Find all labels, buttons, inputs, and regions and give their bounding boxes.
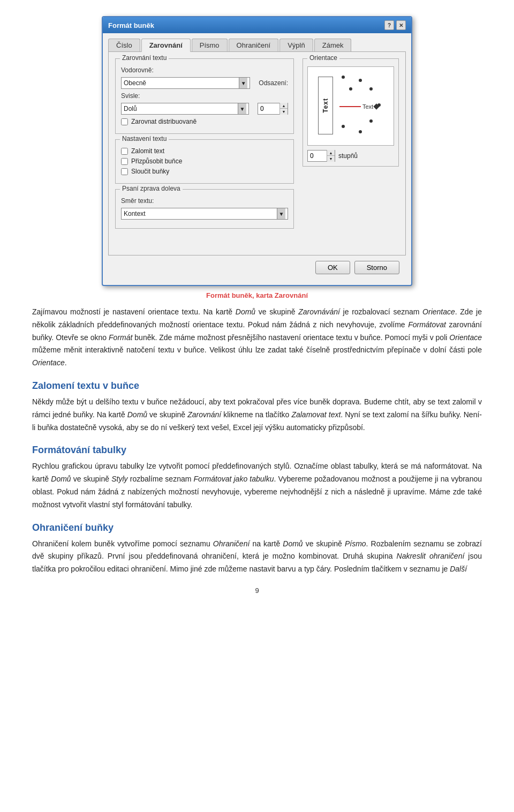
orientace-visual-box[interactable]: Text	[307, 66, 394, 146]
zarovnani-textu-inner: Vodorovně: Obecně ▼ Odsazení:	[121, 66, 288, 125]
formatovat-jako-tabulku-ref: Formátovat jako tabulku	[194, 475, 274, 483]
zarovnani-textu-group: Zarovnání textu Vodorovně: Obecně ▼	[115, 58, 294, 134]
nastaveni-textu-group: Nastavení textu Zalomit text Přizpůsobit…	[115, 139, 294, 184]
tab-pismo[interactable]: Písmo	[192, 39, 228, 51]
formatovat-ref: Formátovat	[408, 320, 446, 329]
psani-group: Psaní zprava doleva Směr textu: Kontext …	[115, 189, 294, 229]
dot1	[342, 76, 345, 79]
vodorovne-value: Obecně	[124, 79, 239, 87]
zarovnat-checkbox[interactable]	[121, 118, 128, 125]
dialog-footer: OK Storno	[108, 255, 406, 280]
format-ref: Formát	[109, 333, 132, 342]
help-button[interactable]: ?	[384, 20, 394, 30]
odsazeni-label: Odsazení:	[259, 79, 288, 87]
prizpusobit-row: Přizpůsobit buňce	[121, 157, 288, 165]
dom-1: Domů	[236, 307, 255, 316]
pismo-ref: Písmo	[345, 539, 366, 548]
zarovnat-row: Zarovnat distribuovaně	[121, 118, 288, 125]
odsazeni-up-arrow[interactable]: ▲	[280, 103, 288, 109]
prizpusobit-label: Přizpůsobit buňce	[131, 157, 182, 165]
tab-zamek[interactable]: Zámek	[314, 39, 352, 51]
dot2	[359, 79, 362, 82]
odsazeni-arrows: ▲ ▼	[279, 103, 288, 115]
svisle-label: Svisle:	[121, 92, 158, 100]
zarovnani-ref: Zarovnání	[187, 410, 221, 419]
tab-bar: Číslo Zarovnání Písmo Ohraničení Výplň Z…	[108, 39, 406, 52]
page-number: 9	[32, 587, 482, 595]
smer-dropdown-arrow[interactable]: ▼	[277, 208, 285, 219]
svisle-select[interactable]: Dolů ▼	[121, 103, 249, 115]
orientace-legend: Orientace	[307, 54, 339, 62]
orientace-visual: Text	[316, 71, 386, 141]
tab-cislo[interactable]: Číslo	[108, 39, 140, 51]
svisle-label-row: Svisle:	[121, 92, 288, 100]
prizpusobit-checkbox[interactable]	[121, 158, 128, 165]
zarovnani-textu-legend: Zarovnání textu	[120, 54, 169, 62]
zalomit-checkbox[interactable]	[121, 148, 128, 155]
zarovnavani-1: Zarovnávání	[298, 307, 340, 316]
odsazeni-input[interactable]	[258, 103, 279, 114]
vodorovne-row: Vodorovně:	[121, 66, 288, 74]
close-button[interactable]: ✕	[396, 20, 406, 30]
sloucit-checkbox[interactable]	[121, 168, 128, 175]
orientace-ref-2: Orientace	[449, 333, 482, 342]
orient-line-row: Text	[339, 103, 379, 110]
zalomit-row: Zalomit text	[121, 147, 288, 155]
tab-zarovnani[interactable]: Zarovnání	[141, 39, 191, 52]
dialog-wrapper: Formát buněk ? ✕ Číslo Zarovnání Písmo O…	[0, 0, 514, 291]
ok-button[interactable]: OK	[315, 261, 350, 274]
two-col-layout: Zarovnání textu Vodorovně: Obecně ▼	[115, 58, 399, 234]
svisle-dropdown-arrow[interactable]: ▼	[238, 103, 246, 114]
dot8	[349, 87, 352, 91]
paragraph-ohraniceni: Ohraničení kolem buněk vytvoříme pomocí …	[32, 538, 482, 576]
nastaveni-textu-legend: Nastavení textu	[120, 135, 169, 142]
section-heading-zalomeni: Zalomení textu v buňce	[32, 380, 482, 392]
figure-caption: Formát buněk, karta Zarovnání	[32, 291, 482, 299]
smer-select[interactable]: Kontext ▼	[121, 208, 288, 220]
styly-ref: Styly	[111, 475, 127, 483]
smer-select-row: Kontext ▼	[121, 208, 288, 220]
psani-legend: Psaní zprava doleva	[120, 185, 183, 192]
smer-value: Kontext	[124, 210, 277, 217]
storno-button[interactable]: Storno	[354, 261, 399, 274]
vodorovne-dropdown-arrow[interactable]: ▼	[239, 78, 247, 88]
degrees-up-arrow[interactable]: ▲	[327, 150, 335, 156]
svisle-select-row: Dolů ▼ ▲ ▼	[121, 103, 288, 115]
zarovnat-label: Zarovnat distribuovaně	[131, 118, 196, 125]
col-right: Orientace Text	[303, 58, 399, 234]
col-left: Zarovnání textu Vodorovně: Obecně ▼	[115, 58, 294, 234]
orientace-ref-1: Orientace	[422, 307, 455, 316]
tab-vypln[interactable]: Výplň	[279, 39, 313, 51]
paragraph-1: Zajímavou možností je nastavení orientac…	[32, 306, 482, 370]
degrees-spinner[interactable]: ▲ ▼	[307, 150, 335, 162]
smer-label-row: Směr textu:	[121, 197, 288, 205]
dot4	[342, 125, 345, 128]
degrees-down-arrow[interactable]: ▼	[327, 156, 335, 162]
ohraniceni-ref: Ohraničení	[213, 539, 250, 548]
dot5	[359, 130, 362, 133]
svisle-value: Dolů	[124, 105, 238, 112]
zalamovat-ref: Zalamovat text	[291, 410, 341, 419]
section-heading-formatovani: Formátování tabulky	[32, 445, 482, 456]
degrees-arrows: ▲ ▼	[327, 150, 335, 162]
zalomit-label: Zalomit text	[131, 147, 164, 155]
sloucit-row: Sloučit buňky	[121, 168, 288, 175]
degrees-row: ▲ ▼ stupňů	[307, 150, 394, 162]
dialog-title: Formát buněk	[108, 21, 154, 29]
dom-4: Domů	[283, 539, 303, 548]
vodorovne-select-row: Obecně ▼ Odsazení:	[121, 77, 288, 89]
dom-3: Domů	[51, 475, 71, 483]
dialog-titlebar: Formát buněk ? ✕	[103, 17, 411, 33]
horizontal-text-label: Text	[362, 103, 373, 110]
dot7	[377, 103, 381, 107]
dialog-body: Číslo Zarovnání Písmo Ohraničení Výplň Z…	[103, 33, 411, 285]
degrees-input[interactable]	[308, 151, 327, 161]
vodorovne-select[interactable]: Obecně ▼	[121, 77, 250, 89]
odsazeni-spinner[interactable]: ▲ ▼	[258, 103, 288, 115]
vertical-text: Text	[322, 98, 329, 113]
vodorovne-label: Vodorovně:	[121, 66, 158, 74]
tab-ohraniceni[interactable]: Ohraničení	[229, 39, 279, 51]
dalsi-ref: Další	[450, 565, 467, 573]
odsazeni-down-arrow[interactable]: ▼	[280, 109, 288, 115]
vertical-text-box[interactable]: Text	[318, 77, 333, 134]
